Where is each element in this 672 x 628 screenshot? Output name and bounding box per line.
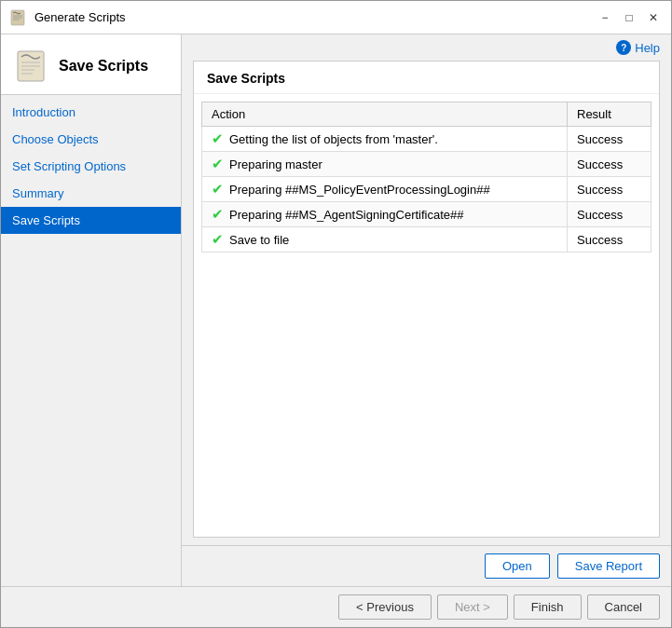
sidebar-header: Save Scripts xyxy=(1,34,181,95)
sidebar-item-save-scripts[interactable]: Save Scripts xyxy=(1,207,181,234)
help-icon: ? xyxy=(616,40,631,55)
action-text: Getting the list of objects from 'master… xyxy=(229,132,438,146)
main-content: Save Scripts Action Result ✔Getting the … xyxy=(193,61,660,538)
action-cell: ✔Preparing master xyxy=(202,152,568,177)
check-icon: ✔ xyxy=(212,130,224,147)
save-report-button[interactable]: Save Report xyxy=(557,553,660,579)
main-window: Generate Scripts − □ ✕ xyxy=(0,0,672,628)
table-row: ✔Preparing masterSuccess xyxy=(202,152,651,177)
cancel-button[interactable]: Cancel xyxy=(587,594,660,620)
sidebar-item-introduction[interactable]: Introduction xyxy=(1,99,181,126)
table-row: ✔Save to fileSuccess xyxy=(202,227,651,253)
result-cell: Success xyxy=(568,227,651,253)
content-area: Save Scripts Introduction Choose Objects… xyxy=(1,34,671,586)
next-button: Next > xyxy=(437,594,508,620)
result-cell: Success xyxy=(568,152,651,177)
sidebar-item-choose-objects[interactable]: Choose Objects xyxy=(1,126,181,153)
title-bar: Generate Scripts − □ ✕ xyxy=(1,1,671,34)
window-controls: − □ ✕ xyxy=(595,7,664,28)
action-text: Save to file xyxy=(229,233,289,247)
table-area: Action Result ✔Getting the list of objec… xyxy=(194,94,659,537)
open-button[interactable]: Open xyxy=(485,553,550,579)
close-button[interactable]: ✕ xyxy=(643,7,664,28)
check-icon: ✔ xyxy=(212,231,224,248)
sidebar: Save Scripts Introduction Choose Objects… xyxy=(1,34,182,586)
check-icon: ✔ xyxy=(212,181,224,198)
action-text: Preparing ##MS_PolicyEventProcessingLogi… xyxy=(229,183,490,197)
previous-button[interactable]: < Previous xyxy=(338,594,432,620)
action-cell: ✔Preparing ##MS_PolicyEventProcessingLog… xyxy=(202,177,568,202)
main-panel: ? Help Save Scripts Action Result xyxy=(182,34,671,586)
action-cell: ✔Getting the list of objects from 'maste… xyxy=(202,127,568,152)
section-title: Save Scripts xyxy=(194,61,659,94)
col-action: Action xyxy=(202,102,568,127)
check-icon: ✔ xyxy=(212,206,224,223)
result-cell: Success xyxy=(568,177,651,202)
table-row: ✔Preparing ##MS_PolicyEventProcessingLog… xyxy=(202,177,651,202)
sidebar-item-set-scripting-options[interactable]: Set Scripting Options xyxy=(1,153,181,180)
sidebar-header-icon xyxy=(12,48,49,85)
action-text: Preparing master xyxy=(229,157,322,171)
sidebar-item-summary[interactable]: Summary xyxy=(1,180,181,207)
help-label: Help xyxy=(635,41,660,55)
window-title: Generate Scripts xyxy=(34,10,595,24)
footer-bar: < Previous Next > Finish Cancel xyxy=(1,586,671,627)
help-link[interactable]: ? Help xyxy=(616,40,660,55)
action-text: Preparing ##MS_AgentSigningCertificate## xyxy=(229,208,464,222)
result-cell: Success xyxy=(568,127,651,152)
table-row: ✔Getting the list of objects from 'maste… xyxy=(202,127,651,152)
maximize-button[interactable]: □ xyxy=(619,7,639,28)
action-cell: ✔Save to file xyxy=(202,227,568,253)
result-cell: Success xyxy=(568,202,651,227)
sidebar-nav: Introduction Choose Objects Set Scriptin… xyxy=(1,95,181,586)
col-result: Result xyxy=(568,102,651,127)
results-table: Action Result ✔Getting the list of objec… xyxy=(201,102,651,253)
action-cell: ✔Preparing ##MS_AgentSigningCertificate#… xyxy=(202,202,568,227)
app-icon xyxy=(8,8,27,27)
minimize-button[interactable]: − xyxy=(595,7,615,28)
bottom-bar: Open Save Report xyxy=(182,545,671,586)
table-row: ✔Preparing ##MS_AgentSigningCertificate#… xyxy=(202,202,651,227)
main-header: ? Help xyxy=(182,34,671,61)
sidebar-header-title: Save Scripts xyxy=(59,58,148,75)
finish-button[interactable]: Finish xyxy=(514,594,582,620)
check-icon: ✔ xyxy=(212,156,224,172)
